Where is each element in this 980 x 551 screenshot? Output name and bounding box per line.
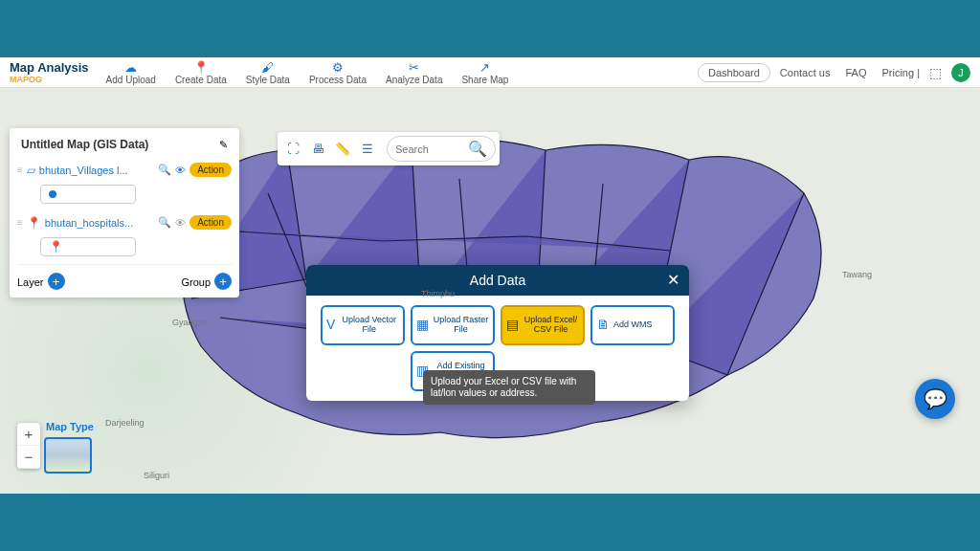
visibility-icon[interactable]: 👁 [175, 165, 186, 176]
nav-style-data[interactable]: 🖌Style Data [238, 60, 298, 85]
raster-icon: ▦ [416, 318, 429, 332]
add-layer[interactable]: Layer+ [17, 273, 65, 290]
measure-icon[interactable]: 📏 [331, 138, 354, 161]
map-toolbar: ⛶ 🖶 📏 ☰ 🔍 [278, 132, 500, 165]
drag-handle-icon[interactable]: ≡ [17, 165, 23, 175]
dialog-header: Add Data ✕ [306, 265, 689, 296]
print-icon[interactable]: 🖶 [306, 138, 329, 161]
layer-name[interactable]: bhutan_hospitals... [45, 217, 154, 229]
nav-share-map[interactable]: ↗Share Map [454, 60, 516, 85]
place-label: Gyangze [172, 318, 207, 327]
drag-handle-icon[interactable]: ≡ [17, 217, 23, 228]
edit-icon[interactable]: ✎ [219, 139, 228, 151]
zoom-to-icon[interactable]: 🔍 [158, 164, 171, 176]
zoom-control: + − [17, 423, 40, 469]
upload-excel-csv-option[interactable]: ▤Upload Excel/ CSV File [501, 305, 585, 345]
nav-add-upload[interactable]: ☁Add Upload [99, 60, 164, 85]
map-title: Untitled Map (GIS Data) [21, 138, 148, 151]
fullscreen-icon[interactable]: ⛶ [281, 138, 304, 161]
avatar[interactable]: J [951, 63, 970, 82]
cloud-upload-icon: ☁ [124, 60, 137, 75]
plus-icon: + [48, 273, 65, 290]
faq-link[interactable]: FAQ [845, 67, 866, 78]
brand: Map Analysis MAPOG [10, 60, 95, 84]
contact-link[interactable]: Contact us [780, 67, 831, 78]
layer-action-button[interactable]: Action [189, 215, 232, 230]
zoom-in-button[interactable]: + [17, 423, 40, 446]
polygon-icon: ▱ [27, 164, 35, 177]
top-navbar: Map Analysis MAPOG ☁Add Upload 📍Create D… [0, 57, 980, 88]
wms-icon: 🗎 [596, 318, 610, 332]
layer-row-villages[interactable]: ≡ ▱ bhutan_Villages l... 🔍 👁 Action [17, 159, 232, 181]
search-input[interactable] [395, 143, 462, 155]
chat-fab[interactable]: 💬 [915, 379, 955, 419]
nav-process-data[interactable]: ⚙Process Data [301, 60, 374, 85]
search-box[interactable]: 🔍 [387, 136, 496, 162]
list-icon[interactable]: ☰ [356, 138, 379, 161]
upload-vector-option[interactable]: VUpload Vector File [321, 305, 405, 345]
zoom-out-button[interactable]: − [17, 446, 40, 469]
layer-panel: Untitled Map (GIS Data) ✎ ≡ ▱ bhutan_Vil… [10, 128, 239, 298]
visibility-icon[interactable]: 👁 [175, 217, 186, 229]
spreadsheet-icon: ▤ [506, 318, 519, 332]
upload-raster-option[interactable]: ▦Upload Raster File [411, 305, 495, 345]
chat-icon: 💬 [924, 387, 947, 410]
nav-analyze-data[interactable]: ✂Analyze Data [378, 60, 450, 85]
layer-symbol[interactable]: 📍 [40, 237, 136, 256]
close-icon[interactable]: ✕ [667, 271, 679, 289]
place-label: Darjeeling [105, 418, 145, 428]
gear-icon: ⚙ [332, 60, 344, 75]
map-type-label: Map Type [46, 421, 94, 432]
layer-name[interactable]: bhutan_Villages l... [39, 165, 154, 176]
marker-icon: 📍 [27, 216, 41, 230]
share-icon: ↗ [479, 60, 490, 75]
dashboard-button[interactable]: Dashboard [698, 63, 770, 82]
place-label: Siliguri [144, 471, 169, 480]
add-wms-option[interactable]: 🗎Add WMS [590, 305, 675, 345]
brand-sub: MAPOG [10, 75, 95, 84]
brand-title: Map Analysis [10, 60, 89, 75]
pin-icon: 📍 [193, 60, 209, 75]
scissors-icon: ✂ [409, 60, 419, 75]
search-icon[interactable]: 🔍 [468, 140, 487, 158]
map-canvas[interactable]: Untitled Map (GIS Data) ✎ ≡ ▱ bhutan_Vil… [0, 88, 980, 494]
cube-icon[interactable]: ⬚ [929, 65, 942, 80]
pin-symbol-icon: 📍 [49, 240, 63, 253]
vector-icon: V [326, 318, 335, 332]
layer-action-button[interactable]: Action [189, 163, 232, 177]
layer-symbol[interactable] [40, 185, 136, 204]
brush-icon: 🖌 [261, 60, 274, 75]
map-type-selector[interactable] [44, 437, 92, 474]
nav-create-data[interactable]: 📍Create Data [167, 60, 234, 85]
plus-icon: + [214, 273, 232, 290]
layer-row-hospitals[interactable]: ≡ 📍 bhutan_hospitals... 🔍 👁 Action [17, 211, 232, 233]
place-label: Tawang [842, 270, 872, 279]
dialog-title: Add Data [470, 273, 525, 288]
upload-tooltip: Upload your Excel or CSV file with lat/l… [423, 370, 595, 405]
zoom-to-icon[interactable]: 🔍 [158, 216, 171, 229]
dot-symbol-icon [49, 190, 56, 198]
add-group[interactable]: Group+ [181, 273, 232, 290]
pricing-link[interactable]: Pricing | [881, 67, 920, 78]
place-label: Thimphu [421, 289, 455, 298]
